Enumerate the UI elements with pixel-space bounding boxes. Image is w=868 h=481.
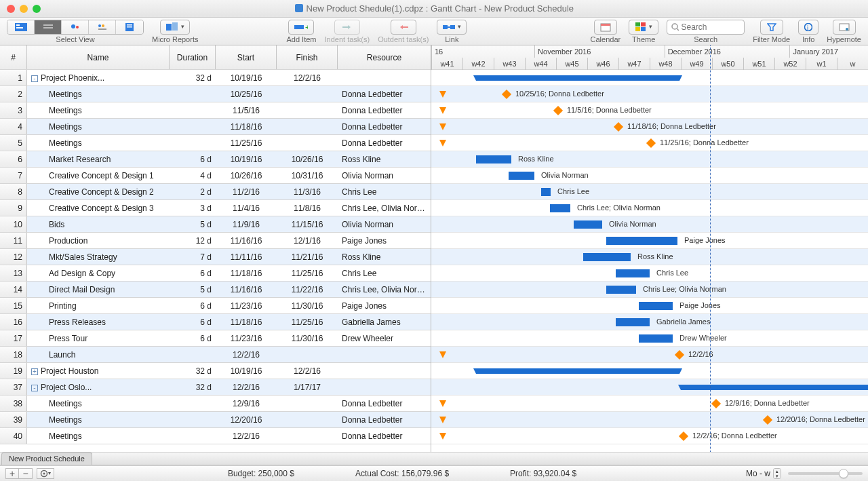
task-bar[interactable] xyxy=(639,302,673,310)
milestone-marker[interactable] xyxy=(763,415,772,425)
hypernote-button[interactable] xyxy=(833,20,856,35)
gantt-row[interactable]: 12/2/16; Donna Ledbetter xyxy=(431,428,868,444)
gantt-row[interactable]: Ross Kline xyxy=(431,249,868,265)
table-row[interactable]: 38Meetings12/9/16Donna Ledbetter xyxy=(0,396,431,412)
gantt-row[interactable] xyxy=(431,70,868,86)
gantt-row[interactable] xyxy=(431,363,868,379)
view-gantt-button[interactable] xyxy=(7,20,35,34)
col-finish[interactable]: Finish xyxy=(277,45,338,69)
view-split-button[interactable] xyxy=(89,20,116,34)
col-name[interactable]: Name xyxy=(27,45,170,69)
settings-button[interactable]: ▾ xyxy=(37,468,54,479)
task-bar[interactable] xyxy=(509,172,534,180)
milestone-marker[interactable] xyxy=(646,138,656,148)
table-row[interactable]: 18Launch12/2/16 xyxy=(0,347,431,363)
table-row[interactable]: 15Printing6 d11/23/1611/30/16Paige Jones xyxy=(0,298,431,314)
task-bar[interactable] xyxy=(616,318,650,326)
task-bar[interactable] xyxy=(606,286,636,294)
table-row[interactable]: 5Meetings11/25/16Donna Ledbetter xyxy=(0,135,431,151)
search-box[interactable] xyxy=(667,20,745,35)
remove-row-button[interactable]: − xyxy=(19,468,33,479)
view-report-button[interactable] xyxy=(116,20,143,34)
milestone-marker[interactable] xyxy=(711,399,721,408)
table-row[interactable]: 7Creative Concept & Design 14 d10/26/161… xyxy=(0,168,431,184)
task-bar[interactable] xyxy=(574,220,602,229)
task-bar[interactable] xyxy=(639,334,673,343)
gantt-row[interactable]: Chris Lee; Olivia Norman xyxy=(431,282,868,298)
col-resource[interactable]: Resource xyxy=(338,45,431,69)
table-row[interactable]: 2Meetings10/25/16Donna Ledbetter xyxy=(0,86,431,102)
gantt-row[interactable]: 11/18/16; Donna Ledbetter xyxy=(431,119,868,135)
table-row[interactable]: 9Creative Concept & Design 33 d11/4/1611… xyxy=(0,200,431,216)
table-row[interactable]: 1-Project Phoenix...32 d10/19/1612/2/16 xyxy=(0,70,431,86)
calendar-button[interactable] xyxy=(594,20,617,35)
gantt-row[interactable] xyxy=(431,379,868,396)
expand-toggle[interactable]: + xyxy=(31,368,38,375)
col-duration[interactable]: Duration xyxy=(170,45,216,69)
col-start[interactable]: Start xyxy=(216,45,277,69)
view-table-button[interactable] xyxy=(35,20,62,34)
table-row[interactable]: 8Creative Concept & Design 22 d11/2/1611… xyxy=(0,184,431,200)
gantt-row[interactable]: 12/2/16 xyxy=(431,347,868,363)
outdent-button[interactable] xyxy=(391,20,416,35)
gantt-row[interactable]: Paige Jones xyxy=(431,233,868,249)
milestone-marker[interactable] xyxy=(614,122,623,132)
sheet-tab[interactable]: New Product Schedule xyxy=(1,453,92,465)
table-row[interactable]: 3Meetings11/5/16Donna Ledbetter xyxy=(0,102,431,119)
task-bar[interactable] xyxy=(550,204,570,212)
add-row-button[interactable]: + xyxy=(5,468,19,479)
info-button[interactable]: i xyxy=(798,20,818,35)
scale-stepper[interactable]: ▴▾ xyxy=(773,468,781,479)
col-num[interactable]: # xyxy=(0,45,27,69)
gantt-row[interactable]: Paige Jones xyxy=(431,298,868,314)
table-row[interactable]: 6Market Research6 d10/19/1610/26/16Ross … xyxy=(0,151,431,168)
table-row[interactable]: 12Mkt/Sales Strategy7 d11/11/1611/21/16R… xyxy=(0,249,431,265)
summary-bar[interactable] xyxy=(681,385,868,390)
indent-button[interactable] xyxy=(334,20,360,35)
expand-toggle[interactable]: - xyxy=(31,385,38,391)
gantt-row[interactable]: Ross Kline xyxy=(431,151,868,168)
gantt-row[interactable]: Olivia Norman xyxy=(431,168,868,184)
table-row[interactable]: 16Press Releases6 d11/18/1611/25/16Gabri… xyxy=(0,314,431,330)
zoom-slider[interactable] xyxy=(788,472,863,475)
milestone-marker[interactable] xyxy=(675,350,684,360)
theme-dropdown[interactable]: ▾ xyxy=(629,20,658,35)
view-resources-button[interactable] xyxy=(62,20,89,34)
table-row[interactable]: 4Meetings11/18/16Donna Ledbetter xyxy=(0,119,431,135)
table-row[interactable]: 39Meetings12/20/16Donna Ledbetter xyxy=(0,412,431,428)
gantt-row[interactable]: Chris Lee xyxy=(431,265,868,282)
table-row[interactable]: 10Bids5 d11/9/1611/15/16Olivia Norman xyxy=(0,216,431,233)
gantt-row[interactable]: 11/25/16; Donna Ledbetter xyxy=(431,135,868,151)
gantt-row[interactable]: 12/9/16; Donna Ledbetter xyxy=(431,396,868,412)
gantt-row[interactable]: 10/25/16; Donna Ledbetter xyxy=(431,86,868,102)
gantt-row[interactable]: Olivia Norman xyxy=(431,216,868,233)
milestone-marker[interactable] xyxy=(679,431,688,441)
task-bar[interactable] xyxy=(606,237,677,245)
gantt-row[interactable]: Chris Lee xyxy=(431,184,868,200)
link-dropdown[interactable]: ▾ xyxy=(437,20,467,35)
task-bar[interactable] xyxy=(541,188,551,196)
search-input[interactable] xyxy=(682,22,741,32)
summary-bar[interactable] xyxy=(476,75,679,81)
gantt-row[interactable]: 12/20/16; Donna Ledbetter xyxy=(431,412,868,428)
task-bar[interactable] xyxy=(616,269,650,277)
micro-reports-dropdown[interactable]: ▾ xyxy=(160,20,190,35)
gantt-row[interactable]: Gabriella James xyxy=(431,314,868,330)
milestone-marker[interactable] xyxy=(502,90,511,99)
table-row[interactable]: 40Meetings12/2/16Donna Ledbetter xyxy=(0,428,431,444)
gantt-row[interactable]: Drew Wheeler xyxy=(431,330,868,347)
table-row[interactable]: 13Ad Design & Copy6 d11/18/1611/25/16Chr… xyxy=(0,265,431,282)
gantt-row[interactable]: 11/5/16; Donna Ledbetter xyxy=(431,102,868,119)
task-bar[interactable] xyxy=(583,253,631,261)
table-row[interactable]: 11Production12 d11/16/1612/1/16Paige Jon… xyxy=(0,233,431,249)
table-row[interactable]: 37-Project Oslo...32 d12/2/161/17/17 xyxy=(0,379,431,396)
gantt-row[interactable]: Chris Lee; Olivia Norman xyxy=(431,200,868,216)
table-row[interactable]: 19+Project Houston32 d10/19/1612/2/16 xyxy=(0,363,431,379)
expand-toggle[interactable]: - xyxy=(31,75,38,82)
milestone-marker[interactable] xyxy=(553,106,563,115)
summary-bar[interactable] xyxy=(476,368,679,374)
add-item-button[interactable]: + xyxy=(288,20,314,35)
task-bar[interactable] xyxy=(476,155,511,163)
filter-mode-button[interactable] xyxy=(760,20,783,35)
table-row[interactable]: 14Direct Mail Design5 d11/16/1611/22/16C… xyxy=(0,282,431,298)
